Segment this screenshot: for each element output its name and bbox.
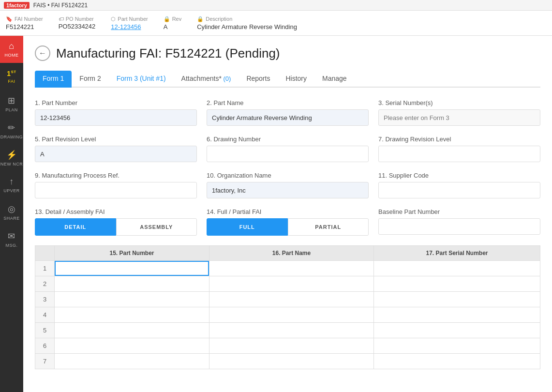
sidebar-item-msg[interactable]: ✉ MSG. (0, 226, 23, 253)
cell-part-number-input[interactable] (55, 276, 209, 291)
cell-part-name-input[interactable] (209, 323, 373, 338)
plan-label: PLAN (5, 107, 18, 112)
cell-part-number-input[interactable] (55, 354, 209, 369)
sidebar-item-home[interactable]: ⌂ HOME (0, 36, 23, 63)
cell-serial-number-input[interactable] (374, 261, 540, 276)
field-1-label: 1. Part Number (35, 99, 197, 106)
cell-serial-number-input[interactable] (374, 323, 540, 338)
table-row: 6 (35, 338, 540, 354)
cell-serial-number-input[interactable] (374, 354, 540, 369)
back-button[interactable]: ← (35, 45, 50, 61)
field-9-mfg-process: 9. Manufacturing Process Ref. (35, 172, 197, 198)
field-2-input[interactable] (207, 109, 369, 126)
row-number: 2 (35, 276, 55, 292)
tab-form3[interactable]: Form 3 (Unit #1) (109, 71, 174, 88)
cell-part-number[interactable] (55, 307, 209, 323)
cell-part-name[interactable] (209, 307, 374, 323)
cell-part-name-input[interactable] (209, 354, 373, 369)
cell-part-number[interactable] (55, 338, 209, 354)
field-13-detail-assembly: 13. Detail / Assembly FAI DETAIL ASSEMBL… (35, 208, 197, 236)
part-number-value[interactable]: 12-123456 (111, 23, 148, 30)
cell-part-name-input[interactable] (209, 292, 373, 307)
cell-part-number-input[interactable] (55, 292, 209, 307)
cell-serial-number-input[interactable] (374, 276, 540, 291)
field-11-input[interactable] (378, 182, 540, 198)
cell-part-name[interactable] (209, 323, 374, 338)
toggle-13: DETAIL ASSEMBLY (35, 218, 197, 236)
sidebar-item-drawing[interactable]: ✏ DRAWING (0, 117, 23, 144)
table-row: 2 (35, 276, 540, 292)
field-7-input[interactable] (378, 146, 540, 162)
description-label: 🔒 Description (197, 16, 297, 22)
tab-form2[interactable]: Form 2 (72, 71, 108, 88)
cell-part-number-input[interactable] (55, 307, 209, 322)
cell-part-number-input[interactable] (55, 323, 209, 338)
field-1-input[interactable] (35, 109, 197, 126)
cell-part-name[interactable] (209, 354, 374, 369)
cell-part-number[interactable] (55, 354, 209, 369)
description-field: 🔒 Description Cylinder Armature Reverse … (197, 16, 297, 30)
table-row: 1 (35, 261, 540, 276)
cell-part-number[interactable] (55, 292, 209, 307)
fai-number-label: 🔖 FAI Number (6, 16, 43, 22)
cell-part-number[interactable] (55, 276, 209, 292)
sidebar: ⌂ HOME 1ST FAI ⊞ PLAN ✏ DRAWING ⚡ NEW NC… (0, 36, 23, 392)
field-1-part-number: 1. Part Number (35, 99, 197, 126)
tab-form1[interactable]: Form 1 (35, 71, 72, 88)
cell-serial-number[interactable] (374, 354, 540, 369)
row-number: 7 (35, 354, 55, 369)
baseline-input[interactable] (378, 218, 540, 235)
sidebar-item-new-ncr[interactable]: ⚡ NEW NCR (0, 144, 23, 171)
cell-serial-number[interactable] (374, 323, 540, 338)
cell-part-number[interactable] (55, 261, 209, 276)
cell-serial-number[interactable] (374, 338, 540, 354)
part-number-field: ⬡ Part Number 12-123456 (111, 16, 148, 30)
cell-part-name-input[interactable] (209, 338, 373, 353)
cell-part-name-input[interactable] (209, 276, 373, 291)
cell-part-name[interactable] (209, 276, 374, 292)
cell-serial-number-input[interactable] (374, 292, 540, 307)
cell-serial-number[interactable] (374, 307, 540, 323)
toggle-13-detail[interactable]: DETAIL (35, 218, 116, 236)
cell-serial-number[interactable] (374, 292, 540, 307)
cell-part-name[interactable] (209, 338, 374, 354)
cell-serial-number-input[interactable] (374, 307, 540, 322)
sidebar-item-share[interactable]: ◎ SHARE (0, 198, 23, 226)
tab-history[interactable]: History (278, 71, 314, 88)
sidebar-item-upver[interactable]: ↑ UPVER (0, 171, 23, 198)
parts-table: 15. Part Number 16. Part Name 17. Part S… (35, 245, 540, 369)
sidebar-item-plan[interactable]: ⊞ PLAN (0, 90, 23, 117)
rev-field: 🔒 Rev A (164, 16, 182, 30)
toggle-14-full[interactable]: FULL (207, 218, 288, 236)
sidebar-item-fai[interactable]: 1ST FAI (0, 63, 23, 90)
tab-manage[interactable]: Manage (314, 71, 355, 88)
form-row-4: 13. Detail / Assembly FAI DETAIL ASSEMBL… (35, 208, 540, 236)
field-5-input[interactable] (35, 146, 197, 162)
cell-part-number-input[interactable] (55, 338, 209, 353)
cell-serial-number[interactable] (374, 276, 540, 292)
ncr-label: NEW NCR (0, 162, 23, 166)
cell-part-number[interactable] (55, 323, 209, 338)
cell-part-name-input[interactable] (209, 261, 373, 276)
field-3-input[interactable] (378, 109, 540, 126)
home-label: HOME (5, 53, 19, 58)
toggle-14-partial[interactable]: PARTIAL (288, 218, 369, 236)
tabs: Form 1 Form 2 Form 3 (Unit #1) Attachmen… (35, 71, 540, 88)
form-row-2: 5. Part Revision Level 6. Drawing Number… (35, 136, 540, 162)
field-6-input[interactable] (207, 146, 369, 162)
cell-part-number-input[interactable] (55, 261, 209, 276)
cell-part-name-input[interactable] (209, 307, 373, 322)
fai-number-field: 🔖 FAI Number F5124221 (6, 16, 43, 30)
field-10-input[interactable] (207, 182, 369, 198)
toggle-13-assembly[interactable]: ASSEMBLY (116, 218, 197, 236)
tab-attachments[interactable]: Attachments* (0) (174, 71, 239, 88)
field-2-label: 2. Part Name (207, 99, 369, 106)
table-col-serial: 17. Part Serial Number (374, 246, 540, 261)
cell-part-name[interactable] (209, 292, 374, 307)
field-11-label: 11. Supplier Code (378, 172, 540, 179)
cell-serial-number[interactable] (374, 261, 540, 276)
cell-part-name[interactable] (209, 261, 374, 276)
field-9-input[interactable] (35, 182, 197, 198)
tab-reports[interactable]: Reports (239, 71, 278, 88)
cell-serial-number-input[interactable] (374, 338, 540, 353)
